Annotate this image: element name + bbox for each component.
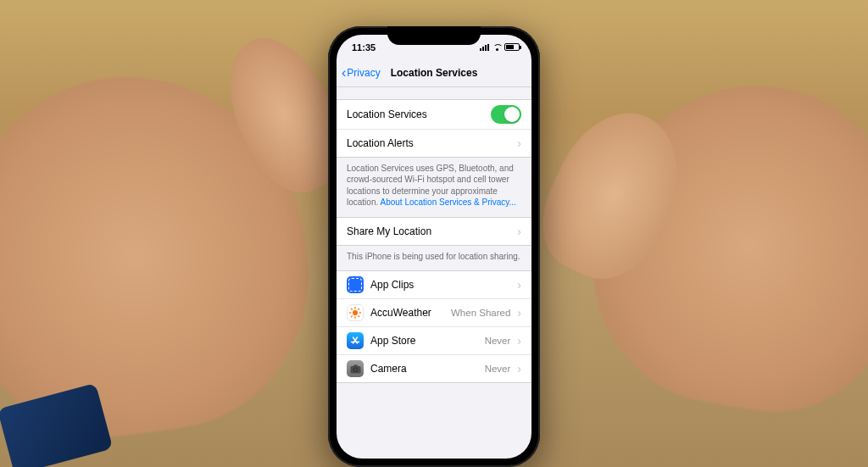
chevron-right-icon: › xyxy=(517,334,521,347)
app-row-app-clips[interactable]: App Clips › xyxy=(337,271,531,299)
back-label: Privacy xyxy=(347,67,380,79)
app-name: AccuWeather xyxy=(370,307,444,319)
location-services-toggle-row[interactable]: Location Services xyxy=(337,100,531,130)
share-location-footer: This iPhone is being used for location s… xyxy=(337,246,531,271)
chevron-right-icon: › xyxy=(517,136,521,150)
accuweather-icon xyxy=(347,304,364,321)
app-permission-value: Never xyxy=(485,364,511,374)
svg-line-6 xyxy=(358,315,359,317)
status-indicators xyxy=(480,43,520,51)
chevron-right-icon: › xyxy=(517,362,521,375)
location-alerts-row[interactable]: Location Alerts › xyxy=(337,130,531,157)
location-services-explanation: Location Services uses GPS, Bluetooth, a… xyxy=(337,158,531,217)
nav-bar: ‹ Privacy Location Services xyxy=(337,60,531,87)
svg-line-7 xyxy=(351,315,353,317)
app-list: App Clips › AccuWeather When Shared › Ap… xyxy=(337,270,531,383)
svg-rect-14 xyxy=(353,364,358,367)
app-permission-value: When Shared xyxy=(451,308,510,318)
wifi-icon xyxy=(492,44,502,51)
app-name: App Store xyxy=(370,335,478,347)
chevron-right-icon: › xyxy=(517,278,521,292)
page-title: Location Services xyxy=(391,67,478,79)
share-my-location-label: Share My Location xyxy=(347,225,510,237)
app-row-camera[interactable]: Camera Never › xyxy=(337,355,531,382)
app-store-icon xyxy=(347,332,364,349)
chevron-right-icon: › xyxy=(517,306,521,320)
svg-point-0 xyxy=(353,310,358,315)
svg-line-5 xyxy=(351,309,353,310)
back-button[interactable]: ‹ Privacy xyxy=(342,66,381,80)
share-my-location-row[interactable]: Share My Location › xyxy=(337,218,531,245)
status-time: 11:35 xyxy=(352,42,376,53)
location-services-toggle[interactable] xyxy=(491,105,521,124)
app-clips-icon xyxy=(347,276,364,293)
app-name: Camera xyxy=(370,363,478,375)
camera-icon xyxy=(347,360,364,377)
app-row-accuweather[interactable]: AccuWeather When Shared › xyxy=(337,299,531,327)
cellular-icon xyxy=(480,44,490,51)
location-services-label: Location Services xyxy=(347,108,484,120)
about-privacy-link[interactable]: About Location Services & Privacy... xyxy=(380,197,515,207)
chevron-right-icon: › xyxy=(517,225,521,238)
app-permission-value: Never xyxy=(485,336,511,346)
app-row-app-store[interactable]: App Store Never › xyxy=(337,327,531,355)
svg-point-16 xyxy=(354,368,357,370)
battery-icon xyxy=(504,43,520,51)
chevron-left-icon: ‹ xyxy=(342,66,346,80)
svg-line-8 xyxy=(358,309,359,310)
location-alerts-label: Location Alerts xyxy=(347,137,510,149)
notch xyxy=(387,26,481,45)
screen: 11:35 ‹ Privacy Location Services Locati… xyxy=(337,35,531,459)
app-name: App Clips xyxy=(370,279,504,291)
iphone-device: 11:35 ‹ Privacy Location Services Locati… xyxy=(328,26,540,467)
